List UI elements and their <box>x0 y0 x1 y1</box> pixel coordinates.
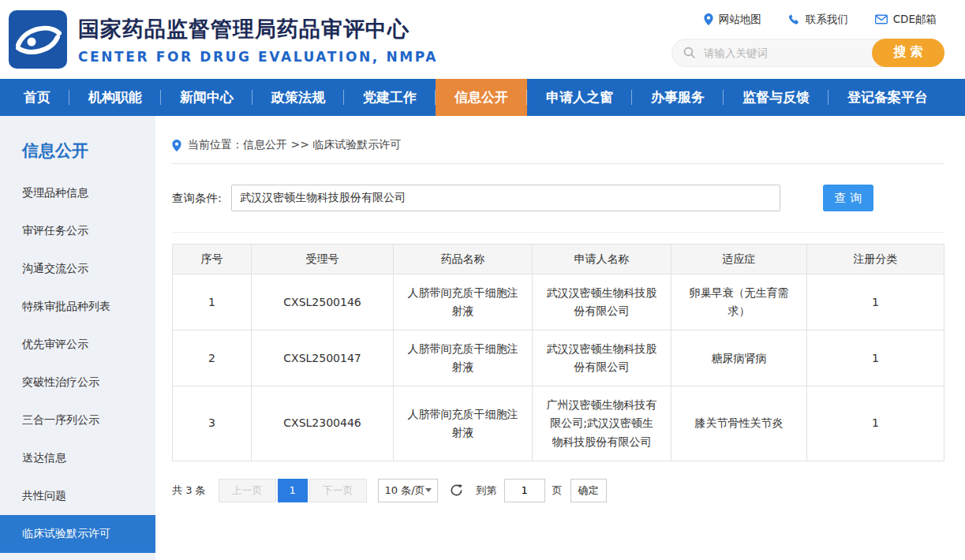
breadcrumb-text: 当前位置：信息公开 >> 临床试验默示许可 <box>188 138 401 152</box>
nav-item-news-center[interactable]: 新闻中心 <box>161 79 252 116</box>
nav-item-registration-platform[interactable]: 登记备案平台 <box>828 79 947 116</box>
cde-logo-icon <box>8 9 68 69</box>
col-header-acceptance-no: 受理号 <box>252 245 394 274</box>
cell-applicant: 武汉汉密顿生物科技股份有限公司 <box>533 274 671 330</box>
cell-acceptance-no: CXSL2300446 <box>252 386 394 461</box>
brand[interactable]: 国家药品监督管理局药品审评中心 CENTER FOR DRUG EVALUATI… <box>8 9 438 69</box>
cell-registration-class: 1 <box>807 274 944 330</box>
nav-item-policies[interactable]: 政策法规 <box>252 79 344 116</box>
sidebar-item-communication[interactable]: 沟通交流公示 <box>0 250 155 288</box>
cell-registration-class: 1 <box>807 330 944 386</box>
nav-item-services[interactable]: 办事服务 <box>632 79 724 116</box>
cell-acceptance-no: CXSL2500147 <box>252 330 394 386</box>
link-contact[interactable]: 联系我们 <box>788 13 848 27</box>
prev-page-button[interactable]: 上一页 <box>219 479 276 502</box>
query-section: 查询条件: 查 询 <box>172 185 944 233</box>
cell-drug-name: 人脐带间充质干细胞注射液 <box>394 274 533 330</box>
cell-drug-name: 人脐带间充质干细胞注射液 <box>394 386 533 461</box>
goto-page-unit: 页 <box>552 483 563 498</box>
col-header-drug-name: 药品名称 <box>394 245 533 274</box>
cell-drug-name: 人脐带间充质干细胞注射液 <box>394 330 533 386</box>
nav-item-org-functions[interactable]: 机构职能 <box>69 79 161 116</box>
cell-applicant: 广州汉密顿生物科技有限公司;武汉汉密顿生物科技股份有限公司 <box>533 386 671 461</box>
table-row: 3 CXSL2300446 人脐带间充质干细胞注射液 广州汉密顿生物科技有限公司… <box>173 386 944 461</box>
col-header-indication: 适应症 <box>671 245 807 274</box>
page-body: 信息公开 受理品种信息 审评任务公示 沟通交流公示 特殊审批品种列表 优先审评公… <box>0 116 965 560</box>
results-table: 序号 受理号 药品名称 申请人名称 适应症 注册分类 1 CXSL2500146… <box>172 244 944 461</box>
chevron-down-icon <box>425 488 432 492</box>
nav-item-supervision-feedback[interactable]: 监督与反馈 <box>724 79 828 116</box>
content-area: 当前位置：信息公开 >> 临床试验默示许可 查询条件: 查 询 序号 受理号 药… <box>155 116 965 560</box>
query-input[interactable] <box>231 185 780 211</box>
breadcrumb: 当前位置：信息公开 >> 临床试验默示许可 <box>172 138 944 164</box>
envelope-icon <box>875 14 888 24</box>
site-titles: 国家药品监督管理局药品审评中心 CENTER FOR DRUG EVALUATI… <box>78 15 438 65</box>
cell-index: 2 <box>173 330 252 386</box>
link-sitemap[interactable]: 网站地图 <box>704 13 761 27</box>
sidebar-item-priority-review[interactable]: 优先审评公示 <box>0 326 155 364</box>
table-row: 2 CXSL2500147 人脐带间充质干细胞注射液 武汉汉密顿生物科技股份有限… <box>173 330 944 386</box>
page-size-select[interactable]: 10 条/页 <box>378 479 438 502</box>
nav-item-info-disclosure[interactable]: 信息公开 <box>436 79 527 116</box>
table-row: 1 CXSL2500146 人脐带间充质干细胞注射液 武汉汉密顿生物科技股份有限… <box>173 274 944 330</box>
goto-page-label: 到第 <box>477 483 497 498</box>
sidebar-item-breakthrough-therapy[interactable]: 突破性治疗公示 <box>0 364 155 401</box>
col-header-registration-class: 注册分类 <box>807 245 944 274</box>
link-mailbox[interactable]: CDE邮箱 <box>875 13 937 27</box>
sidebar-item-special-approval-list[interactable]: 特殊审批品种列表 <box>0 288 155 326</box>
location-pin-icon <box>704 13 713 25</box>
col-header-index: 序号 <box>173 245 252 274</box>
cell-indication: 糖尿病肾病 <box>671 330 807 386</box>
location-pin-icon <box>172 140 181 151</box>
sidebar-item-delivery-info[interactable]: 送达信息 <box>0 439 155 477</box>
cell-registration-class: 1 <box>807 386 944 461</box>
refresh-button[interactable] <box>450 483 463 497</box>
sidebar-item-common-questions[interactable]: 共性问题 <box>0 477 155 515</box>
nav-item-party-building[interactable]: 党建工作 <box>344 79 436 116</box>
cell-indication: 膝关节骨性关节炎 <box>671 386 807 461</box>
current-page-button[interactable]: 1 <box>278 479 308 502</box>
cell-acceptance-no: CXSL2500146 <box>252 274 394 330</box>
goto-page-input[interactable] <box>504 479 545 502</box>
cell-applicant: 武汉汉密顿生物科技股份有限公司 <box>533 330 671 386</box>
search-icon <box>683 46 696 59</box>
link-mailbox-label: CDE邮箱 <box>893 13 937 27</box>
cell-index: 1 <box>173 274 252 330</box>
query-button[interactable]: 查 询 <box>823 185 873 211</box>
goto-confirm-button[interactable]: 确定 <box>570 479 607 502</box>
nav-item-home[interactable]: 首页 <box>5 79 69 116</box>
sidebar-title: 信息公开 <box>22 140 155 162</box>
phone-icon <box>788 13 800 25</box>
table-header-row: 序号 受理号 药品名称 申请人名称 适应症 注册分类 <box>173 245 944 274</box>
quick-links: 网站地图 联系我们 CDE邮箱 <box>704 13 937 27</box>
col-header-applicant: 申请人名称 <box>533 245 671 274</box>
refresh-icon <box>450 483 463 497</box>
cell-indication: 卵巢早衰（无生育需求） <box>671 274 807 330</box>
header-right: 网站地图 联系我们 CDE邮箱 搜索 <box>671 13 944 67</box>
cde-page: 国家药品监督管理局药品审评中心 CENTER FOR DRUG EVALUATI… <box>0 0 965 560</box>
site-title-en: CENTER FOR DRUG EVALUATION, NMPA <box>78 49 438 65</box>
link-contact-label: 联系我们 <box>806 13 848 27</box>
pagination: 共 3 条 上一页 1 下一页 10 条/页 到第 页 确定 <box>172 479 944 502</box>
sidebar: 信息公开 受理品种信息 审评任务公示 沟通交流公示 特殊审批品种列表 优先审评公… <box>0 116 155 560</box>
sidebar-item-clinical-trial-implied-license[interactable]: 临床试验默示许可 <box>0 515 155 553</box>
sidebar-item-accepted-products[interactable]: 受理品种信息 <box>0 174 155 212</box>
query-label: 查询条件: <box>172 191 222 206</box>
search-button[interactable]: 搜索 <box>872 39 944 67</box>
pagination-total: 共 3 条 <box>172 483 206 498</box>
sidebar-item-review-tasks[interactable]: 审评任务公示 <box>0 212 155 250</box>
site-title-cn: 国家药品监督管理局药品审评中心 <box>78 15 438 43</box>
sidebar-item-three-in-one-sequence[interactable]: 三合一序列公示 <box>0 401 155 439</box>
site-search: 搜索 <box>671 39 944 67</box>
next-page-button[interactable]: 下一页 <box>309 479 367 502</box>
link-sitemap-label: 网站地图 <box>719 13 761 27</box>
page-size-value: 10 条/页 <box>385 483 425 498</box>
cell-index: 3 <box>173 386 252 461</box>
site-header: 国家药品监督管理局药品审评中心 CENTER FOR DRUG EVALUATI… <box>0 0 965 79</box>
nav-item-applicant-window[interactable]: 申请人之窗 <box>527 79 632 116</box>
main-nav: 首页 机构职能 新闻中心 政策法规 党建工作 信息公开 申请人之窗 办事服务 监… <box>0 79 965 116</box>
